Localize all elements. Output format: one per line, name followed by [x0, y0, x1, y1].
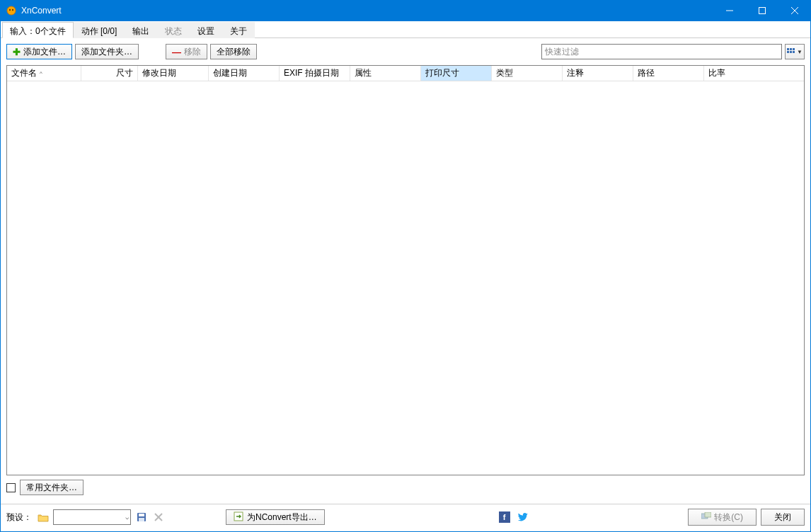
view-mode-toggle[interactable]: ▼: [785, 44, 805, 59]
quick-filter-input[interactable]: [541, 44, 782, 59]
tabs: 输入：0个文件 动作 [0/0] 输出 状态 设置 关于: [1, 21, 810, 38]
column-path[interactable]: 路径: [633, 66, 704, 81]
svg-rect-7: [787, 48, 789, 50]
svg-point-0: [7, 6, 16, 15]
hot-folders-checkbox[interactable]: [6, 483, 16, 492]
delete-preset-button[interactable]: [152, 511, 165, 524]
column-type[interactable]: 类型: [492, 66, 563, 81]
column-size[interactable]: 尺寸: [81, 66, 138, 81]
export-label: 为NConvert导出…: [247, 511, 317, 524]
divider: [1, 504, 810, 504]
tab-settings[interactable]: 设置: [190, 22, 222, 38]
column-print-size[interactable]: 打印尺寸: [421, 66, 492, 81]
remove-all-button[interactable]: 全部移除: [210, 44, 257, 59]
convert-icon: [701, 512, 711, 522]
sort-asc-icon: ^: [40, 70, 42, 76]
add-files-label: 添加文件…: [23, 46, 66, 58]
column-created[interactable]: 创建日期: [209, 66, 280, 81]
app-icon: [6, 5, 17, 16]
tab-input[interactable]: 输入：0个文件: [2, 22, 74, 38]
minimize-button[interactable]: [713, 0, 746, 21]
toolbar: ✚ 添加文件… 添加文件夹… — 移除 全部移除 ▼: [6, 44, 805, 59]
add-folder-button[interactable]: 添加文件夹…: [75, 44, 139, 59]
save-preset-button[interactable]: [135, 511, 148, 524]
titlebar: XnConvert: [0, 0, 811, 21]
social-links: f: [499, 511, 529, 523]
svg-rect-4: [759, 8, 766, 14]
svg-rect-10: [787, 51, 789, 53]
svg-rect-20: [705, 512, 711, 517]
tab-actions[interactable]: 动作 [0/0]: [74, 22, 125, 38]
plus-icon: ✚: [13, 47, 21, 57]
main-area: ✚ 添加文件… 添加文件夹… — 移除 全部移除 ▼: [1, 38, 810, 498]
content-area: 输入：0个文件 动作 [0/0] 输出 状态 设置 关于 ✚ 添加文件… 添加文…: [0, 21, 811, 532]
tab-about[interactable]: 关于: [222, 22, 255, 38]
remove-all-label: 全部移除: [217, 46, 251, 58]
close-label: 关闭: [774, 511, 791, 524]
column-comment[interactable]: 注释: [563, 66, 633, 81]
twitter-icon[interactable]: [517, 511, 529, 523]
svg-rect-12: [793, 51, 795, 53]
file-table[interactable]: 文件名 ^ 尺寸 修改日期 创建日期 EXIF 拍摄日期 属性 打印尺寸 类型 …: [6, 65, 805, 475]
close-button[interactable]: [778, 0, 811, 21]
column-ratio[interactable]: 比率: [704, 66, 804, 81]
below-table-row: 常用文件夹…: [6, 480, 805, 495]
hot-folders-label: 常用文件夹…: [26, 482, 77, 494]
column-attributes[interactable]: 属性: [350, 66, 421, 81]
add-files-button[interactable]: ✚ 添加文件…: [6, 44, 72, 59]
minus-icon: —: [172, 47, 181, 57]
preset-combo[interactable]: ⌵: [53, 509, 131, 525]
window-title: XnConvert: [21, 6, 713, 16]
hot-folders-button[interactable]: 常用文件夹…: [20, 480, 84, 495]
convert-label: 转换(C): [714, 511, 743, 524]
svg-rect-14: [139, 514, 144, 516]
tab-status[interactable]: 状态: [157, 22, 190, 38]
bottom-bar: 预设： ⌵ 为NConvert导出… f: [1, 509, 810, 531]
column-modified[interactable]: 修改日期: [138, 66, 209, 81]
remove-button[interactable]: — 移除: [166, 44, 207, 59]
svg-rect-15: [139, 518, 144, 521]
export-nconvert-button[interactable]: 为NConvert导出…: [226, 509, 325, 525]
svg-rect-11: [790, 51, 792, 53]
window-controls: [713, 0, 811, 21]
chevron-down-icon: ▼: [797, 49, 803, 55]
folder-icon[interactable]: [38, 512, 49, 522]
table-header: 文件名 ^ 尺寸 修改日期 创建日期 EXIF 拍摄日期 属性 打印尺寸 类型 …: [7, 66, 804, 81]
column-filename[interactable]: 文件名 ^: [7, 66, 81, 81]
facebook-icon[interactable]: f: [499, 511, 510, 523]
grid-icon: [787, 48, 795, 55]
svg-rect-8: [790, 48, 792, 50]
remove-label: 移除: [184, 46, 201, 58]
column-exif-date[interactable]: EXIF 拍摄日期: [280, 66, 350, 81]
svg-point-1: [9, 9, 11, 11]
svg-point-2: [12, 9, 13, 11]
tab-output[interactable]: 输出: [125, 22, 157, 38]
convert-button[interactable]: 转换(C): [688, 509, 757, 526]
chevron-down-icon: ⌵: [125, 514, 129, 521]
maximize-button[interactable]: [746, 0, 778, 21]
column-filename-label: 文件名: [11, 67, 37, 79]
svg-rect-9: [793, 48, 795, 50]
export-icon: [234, 511, 243, 524]
add-folder-label: 添加文件夹…: [81, 46, 132, 58]
close-app-button[interactable]: 关闭: [761, 509, 805, 526]
preset-label: 预设：: [6, 511, 32, 524]
